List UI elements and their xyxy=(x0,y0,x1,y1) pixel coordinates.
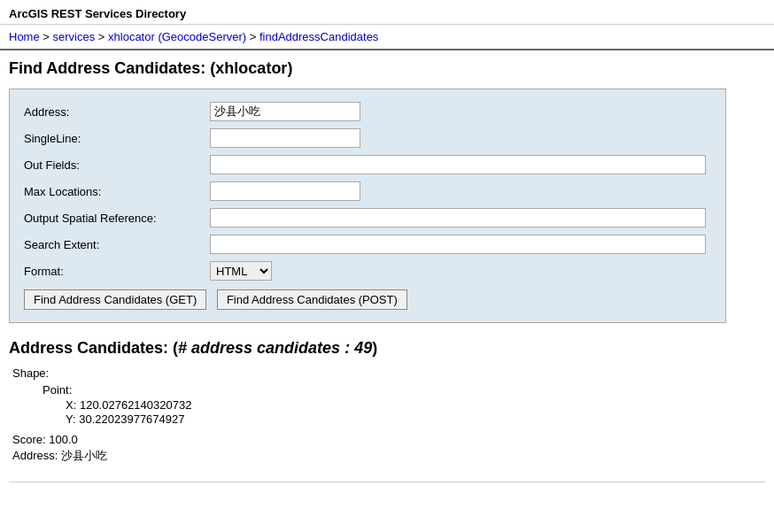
results-title: Address Candidates: (# address candidate… xyxy=(9,339,765,358)
results-section: Address Candidates: (# address candidate… xyxy=(9,339,765,464)
breadcrumb: Home > services > xhlocator (GeocodeServ… xyxy=(0,25,774,50)
find-post-button[interactable]: Find Address Candidates (POST) xyxy=(217,289,407,310)
address-label: Address: xyxy=(24,105,210,119)
format-select[interactable]: HTML JSON PJSON xyxy=(210,261,272,281)
format-row: Format: HTML JSON PJSON xyxy=(24,261,711,281)
outputspatialref-row: Output Spatial Reference: xyxy=(24,208,711,227)
maxlocations-input[interactable] xyxy=(210,181,360,201)
breadcrumb-current[interactable]: findAddressCandidates xyxy=(259,30,378,43)
breadcrumb-home[interactable]: Home xyxy=(9,30,40,43)
singleline-label: SingleLine: xyxy=(24,132,210,145)
searchextent-row: Search Extent: xyxy=(24,235,711,254)
result-address: Address: 沙县小吃 xyxy=(12,448,765,464)
singleline-input[interactable] xyxy=(210,128,360,148)
main-content: Find Address Candidates: (xhlocator) Add… xyxy=(0,50,774,491)
score: Score: 100.0 xyxy=(12,433,765,446)
results-body: Shape: Point: X: 120.02762140320732 Y: 3… xyxy=(12,366,765,464)
format-label: Format: xyxy=(24,265,210,278)
page-title: Find Address Candidates: (xhlocator) xyxy=(9,59,765,78)
y-coord: Y: 30.22023977674927 xyxy=(66,412,765,426)
address-input[interactable] xyxy=(210,102,360,121)
breadcrumb-services[interactable]: services xyxy=(53,30,96,43)
outputspatialref-label: Output Spatial Reference: xyxy=(24,212,210,225)
singleline-row: SingleLine: xyxy=(24,128,711,148)
outfields-label: Out Fields: xyxy=(24,158,210,172)
outfields-input[interactable] xyxy=(210,155,706,174)
searchextent-label: Search Extent: xyxy=(24,238,210,251)
x-coord: X: 120.02762140320732 xyxy=(66,398,765,412)
shape-label: Shape: xyxy=(12,366,765,380)
breadcrumb-xhlocator[interactable]: xhlocator (GeocodeServer) xyxy=(108,30,246,43)
maxlocations-row: Max Locations: xyxy=(24,181,711,201)
find-get-button[interactable]: Find Address Candidates (GET) xyxy=(24,289,206,310)
bottom-divider xyxy=(9,482,765,482)
maxlocations-label: Max Locations: xyxy=(24,185,210,198)
outfields-row: Out Fields: xyxy=(24,155,711,174)
outputspatialref-input[interactable] xyxy=(210,208,706,227)
form-container: Address: SingleLine: Out Fields: Max Loc… xyxy=(9,89,726,323)
searchextent-input[interactable] xyxy=(210,235,706,254)
address-row: Address: xyxy=(24,102,711,121)
app-title: ArcGIS REST Services Directory xyxy=(0,0,774,25)
form-buttons: Find Address Candidates (GET) Find Addre… xyxy=(24,289,711,310)
point-label: Point: xyxy=(43,383,765,397)
